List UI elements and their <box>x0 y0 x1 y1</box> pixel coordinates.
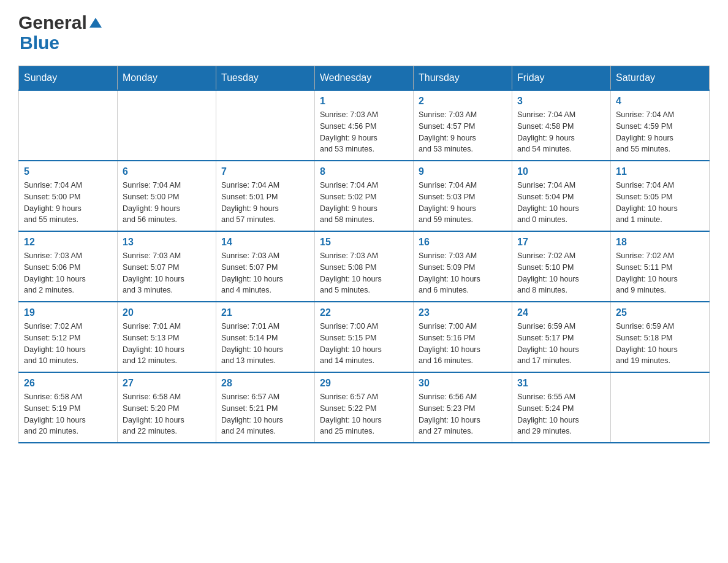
day-info: Sunrise: 7:03 AM Sunset: 5:07 PM Dayligh… <box>123 250 211 296</box>
calendar-cell: 27Sunrise: 6:58 AM Sunset: 5:20 PM Dayli… <box>118 372 216 443</box>
calendar-cell: 31Sunrise: 6:55 AM Sunset: 5:24 PM Dayli… <box>512 372 611 443</box>
calendar-cell: 25Sunrise: 6:59 AM Sunset: 5:18 PM Dayli… <box>611 302 710 372</box>
calendar-cell: 19Sunrise: 7:02 AM Sunset: 5:12 PM Dayli… <box>19 302 118 372</box>
logo-general-text: General <box>18 12 87 33</box>
day-info: Sunrise: 7:03 AM Sunset: 5:09 PM Dayligh… <box>419 250 507 296</box>
calendar-cell: 16Sunrise: 7:03 AM Sunset: 5:09 PM Dayli… <box>414 231 512 302</box>
calendar-week-row: 26Sunrise: 6:58 AM Sunset: 5:19 PM Dayli… <box>19 372 710 443</box>
calendar-cell <box>611 372 710 443</box>
day-number: 11 <box>616 166 704 177</box>
calendar-header-sunday: Sunday <box>19 66 118 91</box>
day-number: 3 <box>517 96 605 107</box>
calendar-header-saturday: Saturday <box>611 66 710 91</box>
calendar-cell: 8Sunrise: 7:04 AM Sunset: 5:02 PM Daylig… <box>315 161 414 231</box>
calendar-cell: 21Sunrise: 7:01 AM Sunset: 5:14 PM Dayli… <box>216 302 315 372</box>
calendar-cell: 24Sunrise: 6:59 AM Sunset: 5:17 PM Dayli… <box>512 302 611 372</box>
calendar-cell: 29Sunrise: 6:57 AM Sunset: 5:22 PM Dayli… <box>315 372 414 443</box>
day-number: 18 <box>616 237 704 248</box>
calendar-cell: 15Sunrise: 7:03 AM Sunset: 5:08 PM Dayli… <box>315 231 414 302</box>
calendar-header-tuesday: Tuesday <box>216 66 315 91</box>
day-info: Sunrise: 7:04 AM Sunset: 5:04 PM Dayligh… <box>517 180 605 226</box>
day-number: 1 <box>320 96 408 107</box>
day-info: Sunrise: 7:03 AM Sunset: 5:06 PM Dayligh… <box>24 250 112 296</box>
logo: General Blue <box>18 12 102 53</box>
day-number: 31 <box>517 378 605 389</box>
day-info: Sunrise: 7:03 AM Sunset: 4:57 PM Dayligh… <box>419 109 507 155</box>
day-info: Sunrise: 6:56 AM Sunset: 5:23 PM Dayligh… <box>419 391 507 437</box>
day-number: 13 <box>123 237 211 248</box>
day-number: 8 <box>320 166 408 177</box>
day-number: 4 <box>616 96 704 107</box>
day-number: 5 <box>24 166 112 177</box>
calendar-cell <box>19 90 118 161</box>
day-number: 14 <box>221 237 309 248</box>
day-number: 9 <box>419 166 507 177</box>
calendar-cell: 4Sunrise: 7:04 AM Sunset: 4:59 PM Daylig… <box>611 90 710 161</box>
day-number: 20 <box>123 307 211 318</box>
day-number: 25 <box>616 307 704 318</box>
calendar-cell: 12Sunrise: 7:03 AM Sunset: 5:06 PM Dayli… <box>19 231 118 302</box>
calendar-cell: 10Sunrise: 7:04 AM Sunset: 5:04 PM Dayli… <box>512 161 611 231</box>
day-info: Sunrise: 7:02 AM Sunset: 5:12 PM Dayligh… <box>24 321 112 367</box>
day-info: Sunrise: 7:04 AM Sunset: 5:00 PM Dayligh… <box>123 180 211 226</box>
day-info: Sunrise: 7:00 AM Sunset: 5:16 PM Dayligh… <box>419 321 507 367</box>
calendar-cell: 2Sunrise: 7:03 AM Sunset: 4:57 PM Daylig… <box>414 90 512 161</box>
day-number: 2 <box>419 96 507 107</box>
calendar-table: SundayMondayTuesdayWednesdayThursdayFrid… <box>18 66 710 443</box>
day-info: Sunrise: 7:01 AM Sunset: 5:14 PM Dayligh… <box>221 321 309 367</box>
logo-blue-text: Blue <box>20 33 59 53</box>
day-info: Sunrise: 6:55 AM Sunset: 5:24 PM Dayligh… <box>517 391 605 437</box>
day-info: Sunrise: 6:57 AM Sunset: 5:21 PM Dayligh… <box>221 391 309 437</box>
calendar-cell: 28Sunrise: 6:57 AM Sunset: 5:21 PM Dayli… <box>216 372 315 443</box>
calendar-header-friday: Friday <box>512 66 611 91</box>
calendar-cell <box>216 90 315 161</box>
logo-triangle-icon <box>89 18 102 28</box>
day-info: Sunrise: 7:02 AM Sunset: 5:10 PM Dayligh… <box>517 250 605 296</box>
day-number: 26 <box>24 378 112 389</box>
day-number: 7 <box>221 166 309 177</box>
calendar-header-row: SundayMondayTuesdayWednesdayThursdayFrid… <box>19 66 710 91</box>
calendar-week-row: 19Sunrise: 7:02 AM Sunset: 5:12 PM Dayli… <box>19 302 710 372</box>
day-number: 28 <box>221 378 309 389</box>
calendar-cell <box>118 90 216 161</box>
calendar-cell: 3Sunrise: 7:04 AM Sunset: 4:58 PM Daylig… <box>512 90 611 161</box>
day-info: Sunrise: 7:04 AM Sunset: 5:05 PM Dayligh… <box>616 180 704 226</box>
day-info: Sunrise: 6:59 AM Sunset: 5:18 PM Dayligh… <box>616 321 704 367</box>
day-number: 29 <box>320 378 408 389</box>
calendar-cell: 13Sunrise: 7:03 AM Sunset: 5:07 PM Dayli… <box>118 231 216 302</box>
day-info: Sunrise: 7:04 AM Sunset: 5:03 PM Dayligh… <box>419 180 507 226</box>
page-header: General Blue <box>18 12 710 53</box>
day-number: 19 <box>24 307 112 318</box>
day-number: 30 <box>419 378 507 389</box>
calendar-cell: 30Sunrise: 6:56 AM Sunset: 5:23 PM Dayli… <box>414 372 512 443</box>
day-info: Sunrise: 7:03 AM Sunset: 5:07 PM Dayligh… <box>221 250 309 296</box>
calendar-header-thursday: Thursday <box>414 66 512 91</box>
calendar-cell: 18Sunrise: 7:02 AM Sunset: 5:11 PM Dayli… <box>611 231 710 302</box>
day-info: Sunrise: 7:04 AM Sunset: 5:00 PM Dayligh… <box>24 180 112 226</box>
day-number: 27 <box>123 378 211 389</box>
calendar-week-row: 12Sunrise: 7:03 AM Sunset: 5:06 PM Dayli… <box>19 231 710 302</box>
day-number: 12 <box>24 237 112 248</box>
day-number: 15 <box>320 237 408 248</box>
calendar-cell: 26Sunrise: 6:58 AM Sunset: 5:19 PM Dayli… <box>19 372 118 443</box>
day-number: 23 <box>419 307 507 318</box>
day-info: Sunrise: 6:57 AM Sunset: 5:22 PM Dayligh… <box>320 391 408 437</box>
day-info: Sunrise: 7:03 AM Sunset: 5:08 PM Dayligh… <box>320 250 408 296</box>
calendar-week-row: 5Sunrise: 7:04 AM Sunset: 5:00 PM Daylig… <box>19 161 710 231</box>
calendar-cell: 23Sunrise: 7:00 AM Sunset: 5:16 PM Dayli… <box>414 302 512 372</box>
calendar-cell: 11Sunrise: 7:04 AM Sunset: 5:05 PM Dayli… <box>611 161 710 231</box>
day-number: 21 <box>221 307 309 318</box>
calendar-cell: 1Sunrise: 7:03 AM Sunset: 4:56 PM Daylig… <box>315 90 414 161</box>
calendar-cell: 7Sunrise: 7:04 AM Sunset: 5:01 PM Daylig… <box>216 161 315 231</box>
calendar-cell: 6Sunrise: 7:04 AM Sunset: 5:00 PM Daylig… <box>118 161 216 231</box>
day-info: Sunrise: 7:01 AM Sunset: 5:13 PM Dayligh… <box>123 321 211 367</box>
day-info: Sunrise: 7:00 AM Sunset: 5:15 PM Dayligh… <box>320 321 408 367</box>
calendar-cell: 17Sunrise: 7:02 AM Sunset: 5:10 PM Dayli… <box>512 231 611 302</box>
calendar-cell: 5Sunrise: 7:04 AM Sunset: 5:00 PM Daylig… <box>19 161 118 231</box>
day-number: 24 <box>517 307 605 318</box>
day-info: Sunrise: 7:02 AM Sunset: 5:11 PM Dayligh… <box>616 250 704 296</box>
day-number: 16 <box>419 237 507 248</box>
calendar-cell: 9Sunrise: 7:04 AM Sunset: 5:03 PM Daylig… <box>414 161 512 231</box>
day-info: Sunrise: 7:04 AM Sunset: 4:59 PM Dayligh… <box>616 109 704 155</box>
day-number: 17 <box>517 237 605 248</box>
